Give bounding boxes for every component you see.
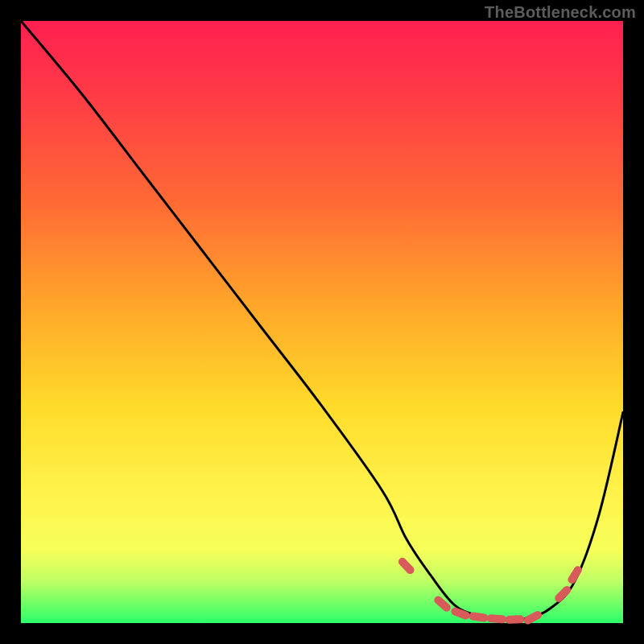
highlight-dash <box>473 616 485 617</box>
highlight-dash <box>528 615 538 621</box>
bottleneck-curve <box>21 21 623 621</box>
highlight-dash <box>402 562 411 570</box>
watermark-label: TheBottleneck.com <box>485 3 636 22</box>
highlight-dash <box>572 570 577 580</box>
highlight-dash <box>491 618 502 619</box>
highlight-dash <box>438 600 447 607</box>
chart-frame: TheBottleneck.com <box>0 0 644 644</box>
highlighted-points <box>402 562 578 621</box>
plot-svg <box>21 21 623 623</box>
highlight-dash <box>559 590 567 598</box>
plot-area <box>21 21 623 623</box>
highlight-dash <box>455 612 465 616</box>
